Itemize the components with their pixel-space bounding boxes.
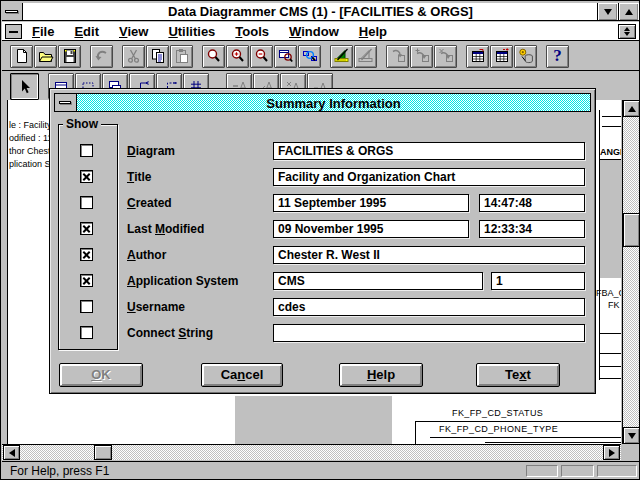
zoom-overview-button[interactable] (298, 45, 321, 68)
zoom-overview-icon (302, 48, 318, 64)
username-label: Username (127, 300, 185, 314)
title-checkbox[interactable] (80, 170, 93, 183)
scroll-left-button[interactable] (3, 445, 20, 460)
horizontal-scroll-thumb[interactable] (94, 445, 112, 460)
minimize-icon (604, 9, 612, 19)
select-pointer-icon (17, 79, 33, 95)
fk-underline (415, 421, 621, 422)
row-diagram: Diagram FACILITIES & ORGS (50, 142, 597, 160)
row-author: Author Chester R. West II (50, 246, 597, 264)
scroll-up-icon (628, 102, 636, 112)
author-field[interactable]: Chester R. West II (273, 246, 585, 264)
application-window: Data Diagrammer CMS (1) - [FACILITIES & … (0, 0, 640, 480)
connect-string-label: Connect String (127, 326, 213, 340)
created-checkbox[interactable] (80, 196, 93, 209)
window-title: Data Diagrammer CMS (1) - [FACILITIES & … (2, 4, 639, 19)
dialog-system-menu-icon (59, 101, 71, 104)
menu-file[interactable]: File (22, 24, 64, 39)
cut-button[interactable] (122, 45, 145, 68)
last-modified-time-field[interactable]: 12:33:34 (479, 220, 585, 238)
menu-help[interactable]: Help (349, 24, 397, 39)
dialog-system-menu-button[interactable] (55, 94, 77, 111)
child-restore-button[interactable] (618, 24, 636, 39)
author-checkbox[interactable] (80, 248, 93, 261)
reroute-1-button[interactable] (386, 45, 409, 68)
ok-button[interactable]: OK (59, 363, 143, 387)
autolayout-alt-button[interactable] (354, 45, 377, 68)
main-toolbar: ? (2, 42, 639, 71)
entity-row-line (600, 353, 621, 354)
select-pointer-button[interactable] (10, 73, 39, 100)
created-date-field[interactable]: 11 September 1995 (273, 194, 469, 212)
table-definition-button[interactable] (466, 45, 489, 68)
vertical-scroll-thumb[interactable] (623, 213, 640, 247)
title-label: Title (127, 170, 151, 184)
child-system-menu-button[interactable] (5, 24, 22, 39)
reroute-3-icon (438, 48, 454, 64)
connect-string-field[interactable] (273, 324, 585, 342)
created-time-field[interactable]: 14:47:48 (479, 194, 585, 212)
reroute-3-button[interactable] (434, 45, 457, 68)
scroll-down-icon (628, 433, 636, 443)
save-button[interactable] (58, 45, 81, 68)
application-system-version-field[interactable]: 1 (491, 272, 585, 290)
menu-edit[interactable]: Edit (64, 24, 109, 39)
diagram-field[interactable]: FACILITIES & ORGS (273, 142, 585, 160)
last-modified-date-field[interactable]: 09 November 1995 (273, 220, 469, 238)
last-modified-checkbox[interactable] (80, 222, 93, 235)
paste-button[interactable] (170, 45, 193, 68)
open-button[interactable] (34, 45, 57, 68)
entity-box-gray (235, 396, 392, 444)
autolayout-button[interactable] (330, 45, 353, 68)
db-objects-button[interactable] (514, 45, 537, 68)
menu-utilities[interactable]: Utilities (158, 24, 225, 39)
help-dialog-button[interactable]: Help (339, 363, 423, 387)
entity-row-line (602, 116, 621, 117)
minimize-button[interactable] (597, 3, 617, 20)
zoom-window-button[interactable] (274, 45, 297, 68)
cut-icon (126, 48, 142, 64)
row-title: Title Facility and Organization Chart (50, 168, 597, 186)
menu-tools[interactable]: Tools (225, 24, 279, 39)
table-definition-icon (470, 48, 486, 64)
zoom-out-button[interactable] (250, 45, 273, 68)
connect-string-checkbox[interactable] (80, 326, 93, 339)
zoom-in-button[interactable] (226, 45, 249, 68)
reroute-2-button[interactable] (410, 45, 433, 68)
text-button[interactable]: Text (476, 363, 560, 387)
reroute-2-icon (414, 48, 430, 64)
title-field[interactable]: Facility and Organization Chart (273, 168, 585, 186)
restore-icon-2 (624, 32, 630, 39)
new-button[interactable] (10, 45, 33, 68)
scroll-down-button[interactable] (623, 427, 640, 444)
application-system-checkbox[interactable] (80, 274, 93, 287)
open-icon (38, 48, 54, 64)
dialog-title-bar[interactable]: Summary Information (54, 93, 591, 112)
username-checkbox[interactable] (80, 300, 93, 313)
help-icon: ? (553, 48, 562, 64)
cancel-button[interactable]: Cancel (201, 363, 283, 387)
diagram-summary-text: le : Facility a odified : 11 S thor Ches… (8, 120, 51, 173)
diagram-checkbox[interactable] (80, 144, 93, 157)
maximize-button[interactable] (618, 3, 638, 20)
scroll-right-button[interactable] (603, 445, 620, 460)
scroll-up-button[interactable] (623, 100, 640, 117)
table-columns-button[interactable] (490, 45, 513, 68)
created-label: Created (127, 196, 172, 210)
autolayout-alt-icon (358, 48, 374, 64)
zoom-button[interactable] (202, 45, 225, 68)
vertical-scrollbar[interactable] (622, 100, 639, 444)
undo-button[interactable] (90, 45, 113, 68)
menu-view[interactable]: View (109, 24, 158, 39)
summary-fragment: thor Cheste (9, 146, 51, 156)
summary-information-dialog: Summary Information Show Diagram FACILIT… (49, 88, 596, 394)
username-field[interactable]: cdes (273, 298, 585, 316)
menu-window[interactable]: Window (279, 24, 349, 39)
copy-button[interactable] (146, 45, 169, 68)
fk-box-edge (415, 421, 416, 444)
copy-icon (150, 48, 166, 64)
horizontal-scrollbar[interactable] (2, 444, 621, 460)
application-system-field[interactable]: CMS (273, 272, 483, 290)
help-button[interactable]: ? (546, 45, 569, 68)
row-connect-string: Connect String (50, 324, 597, 342)
